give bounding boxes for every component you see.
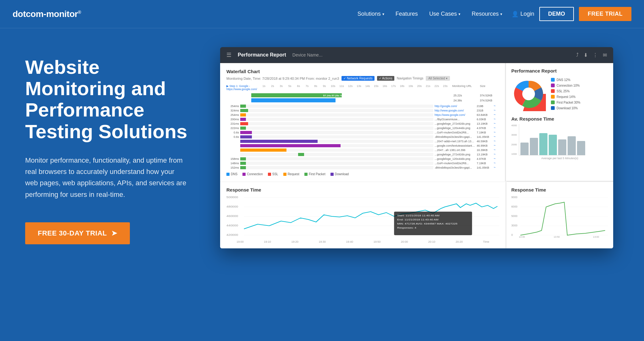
wf-row: 254ms https://www.google.com/ 63.84KB ~ [226,113,499,116]
avg-response-title: Av. Response Time [511,116,608,122]
wf-row: 152ms .dMvsb8txpsi3x3es/dn=gapi... 141.0… [226,166,499,169]
big-bar-row-2: 24.38s 374.52KB [226,98,499,102]
avg-response-time: Av. Response Time 4000 3000 2000 1000 [511,116,608,160]
chevron-down-icon: ▾ [458,12,460,16]
navbar: dotcom-monitor® Solutions ▾ Features Use… [0,0,644,28]
report-icon: ☰ [226,51,231,58]
big-bar-row-1: 57.14s-57.29s % 25.22s 374.52KB [226,93,499,97]
wf-row: ...2047-ad&t=rwrt.1973.ah 1381.ort.2954 … [226,139,499,143]
bar-chart: 4000 3000 2000 1000 [511,124,608,155]
response-time-left-title: Response Time [226,187,499,192]
dashboard-topbar: ☰ Performance Report Device Name... ⤴ ⬇ … [220,47,613,63]
wf-row: ...2047...ah 1381.ort.396 16.39KB ~ [226,148,499,152]
perf-report-title: Performance Report [511,68,608,73]
wf-row: ...googleloge_272x92do.png 13.19KB ~ [226,153,499,156]
dashboard-wrapper: ☰ Performance Report Device Name... ⤴ ⬇ … [220,47,613,248]
svg-text:6000: 6000 [511,205,517,208]
line-chart-left: 500000 480000 460000 440000 420000 [226,194,499,243]
bar-chart-bar [530,138,538,155]
nav-resources[interactable]: Resources ▾ [472,11,502,17]
nav-links: Solutions ▾ Features Use Cases ▾ Resourc… [358,11,502,17]
brand-name: dotcom-monitor [13,9,78,19]
hero-left: Website Monitoring and Performance Testi… [25,47,201,244]
topbar-title: Performance Report [238,52,286,58]
svg-text:480000: 480000 [226,205,238,208]
response-time-right-title: Response Time [511,187,608,192]
pie-chart-container: DNS 12% Connection 10% SSL 25% Request 1… [511,77,608,111]
hero-cta-button[interactable]: FREE 30-DAY TRIAL ➤ [25,222,130,244]
bottom-charts-row: Response Time 500000 480000 460000 44000… [220,182,613,248]
hero-headline: Website Monitoring and Performance Testi… [25,57,201,142]
wf-row: 158ms ...googleloge_120x44do.png 4.97KB … [226,157,499,160]
download-icon[interactable]: ⬇ [584,52,588,58]
svg-text:5000: 5000 [511,214,517,218]
svg-text:460000: 460000 [226,214,238,218]
filter-select[interactable]: All Selected ▾ [426,76,450,81]
wf-row: 231ms ...googleloge_272x92do.png 13.19KB… [226,122,499,125]
svg-text:13:50: 13:50 [554,235,560,238]
timeline-header: ▶ Step 1: Google - https://www.google.co… [226,84,499,91]
nav-solutions[interactable]: Solutions ▾ [358,11,384,17]
wf-row: 200ms .../tby/2caesmiuse... 6.03KB ~ [226,117,499,121]
bar-chart-bar [577,141,585,155]
bar-chart-bar [549,135,557,155]
nav-features[interactable]: Features [396,11,418,17]
svg-point-1 [522,88,535,100]
svg-text:13:40: 13:40 [519,235,525,238]
arrow-icon: ➤ [111,229,117,237]
pie-legend: DNS 12% Connection 10% SSL 25% Request 1… [551,78,580,110]
svg-text:Responses: 4: Responses: 4 [397,226,416,229]
chevron-down-icon: ▾ [500,12,502,16]
svg-text:9000: 9000 [511,196,517,199]
user-icon: 👤 [512,11,519,18]
svg-text:420000: 420000 [226,233,238,236]
svg-text:Start: 11/21/2018 11:40:40 AM: Start: 11/21/2018 11:40:40 AM [397,214,439,217]
waterfall-meta: Monitoring Date, Time: 7/28/2018 at 9:29… [226,76,499,81]
response-time-right-panel: Response Time 9000 6000 5000 3000 0 [506,182,613,248]
logo: dotcom-monitor® [13,9,81,19]
close-icon[interactable]: ✉ [603,52,607,58]
svg-text:500000: 500000 [226,196,238,199]
wf-row: 0.6s .dMvsb8txpsi3x3es/dn=gapi... 141.05… [226,135,499,138]
topbar-device: Device Name... [292,52,323,57]
brand-trademark: ® [78,9,81,14]
login-button[interactable]: 👤 Login [512,11,534,18]
avg-response-footer: Average per last 5 Minutes(s) [511,157,608,160]
svg-text:440000: 440000 [226,224,238,227]
svg-text:3000: 3000 [511,224,517,227]
waterfall-title: Waterfall Chart [226,69,499,74]
waterfall-bars: 254ms http://google.com/ 219B ~ 324ms [226,104,499,169]
bar-chart-bar [558,139,566,155]
wf-row: 222ms ...googleloge_120x44do.png 4.97KB … [226,126,499,130]
bar-chart-bar [520,143,529,155]
share-icon[interactable]: ⤴ [576,52,579,58]
wf-row: 324ms http://www.google.com/ 231B ~ [226,109,499,112]
nav-actions: 👤 Login DEMO FREE TRIAL [512,7,631,21]
bar-chart-bar [539,133,547,155]
pie-chart [511,77,546,111]
svg-text:0: 0 [511,233,513,236]
waterfall-legend: DNS Connection SSL Request First Packet … [226,172,499,176]
chart-x-axis: 19:00 19:10 19:20 19:30 19:40 19:50 20:0… [226,240,499,243]
free-trial-nav-button[interactable]: FREE TRIAL [579,7,631,21]
topbar-actions: ⤴ ⬇ ⋮ ✉ [576,52,607,58]
svg-text:MIN: 471726 AVG: 4344587 MAX: : MIN: 471726 AVG: 4344587 MAX: 4027225 [397,222,457,225]
more-icon[interactable]: ⋮ [593,52,598,58]
wf-row: 0.6s ...GoFI-mulenOoId2e2R8... 7.19KB ~ [226,131,499,134]
demo-button[interactable]: DEMO [539,7,574,21]
hero-subtext: Monitor performance, functionality, and … [25,155,189,200]
svg-text:End: 11/21/2018 11:43:40 AM: End: 11/21/2018 11:43:40 AM [397,218,438,221]
wf-row: 148ms ...GoFI-mulenOoId2e2R8... 7.19KB ~ [226,161,499,165]
chevron-down-icon: ▾ [382,12,384,16]
waterfall-panel: Waterfall Chart Monitoring Date, Time: 7… [220,63,506,181]
dashboard-mockup: ☰ Performance Report Device Name... ⤴ ⬇ … [220,47,625,248]
hero-section: Website Monitoring and Performance Testi… [0,28,644,341]
wf-row: ...google.com/textuteassistant/ia.png 46… [226,144,499,147]
svg-text:14:00: 14:00 [593,235,599,238]
nav-use-cases[interactable]: Use Cases ▾ [429,11,460,17]
bar-chart-bar [568,136,576,155]
response-time-left-panel: Response Time 500000 480000 460000 44000… [220,182,506,248]
dashboard-body: Waterfall Chart Monitoring Date, Time: 7… [220,63,613,182]
performance-report-panel: Performance Report [506,63,613,181]
wf-row: 254ms http://google.com/ 219B ~ [226,104,499,108]
